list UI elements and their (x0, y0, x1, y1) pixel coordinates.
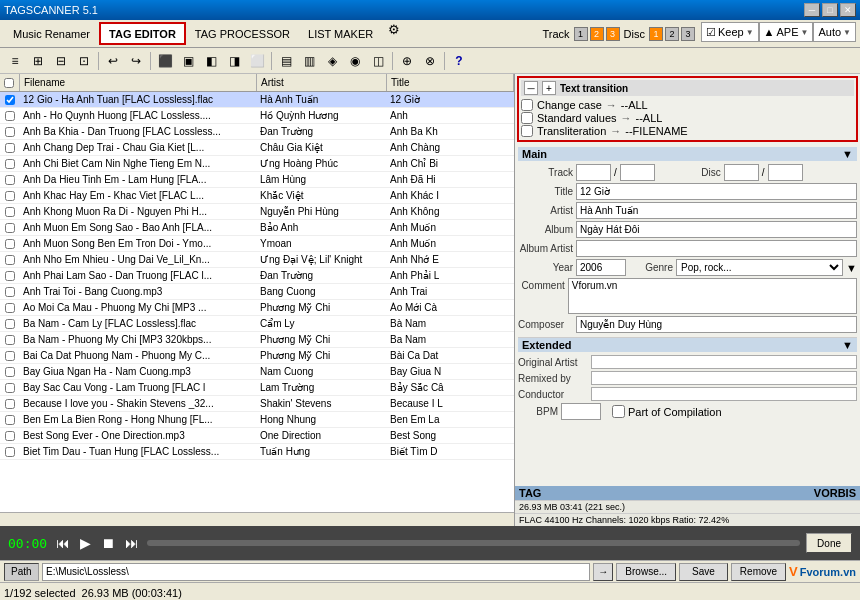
maximize-button[interactable]: □ (822, 3, 838, 17)
browse-button[interactable]: Browse... (616, 563, 676, 581)
next-btn[interactable]: ⏭ (123, 535, 141, 551)
file-list-body[interactable]: 12 Gio - Ha Anh Tuan [FLAC Lossless].fla… (0, 92, 514, 512)
select-all-checkbox[interactable] (4, 78, 14, 88)
table-row[interactable]: Anh Muon Em Song Sao - Bao Anh [FLA... B… (0, 220, 514, 236)
genre-select[interactable]: Pop, rock... (676, 259, 843, 276)
section-collapse-icon[interactable]: ▼ (842, 148, 853, 160)
table-row[interactable]: Anh Ba Khia - Dan Truong [FLAC Lossless.… (0, 124, 514, 140)
row-checkbox[interactable] (5, 399, 15, 409)
disc-num-2[interactable]: 2 (665, 27, 679, 41)
auto-dropdown[interactable]: Auto▼ (813, 22, 856, 42)
trans-check-1[interactable] (521, 112, 533, 124)
comment-textarea[interactable] (568, 278, 857, 314)
settings-icon[interactable]: ⚙ (382, 22, 406, 45)
table-row[interactable]: Bay Giua Ngan Ha - Nam Cuong.mp3 Nam Cuo… (0, 364, 514, 380)
tb-btn-6[interactable]: ◧ (200, 51, 222, 71)
table-row[interactable]: 12 Gio - Ha Anh Tuan [FLAC Lossless].fla… (0, 92, 514, 108)
table-row[interactable]: Anh Muon Song Ben Em Tron Doi - Ymo... Y… (0, 236, 514, 252)
minimize-button[interactable]: ─ (804, 3, 820, 17)
menu-item-tag-editor[interactable]: TAG EDITOR (99, 22, 186, 45)
row-checkbox[interactable] (5, 431, 15, 441)
disc-num-3[interactable]: 3 (681, 27, 695, 41)
tb-btn-5[interactable]: ▣ (177, 51, 199, 71)
table-row[interactable]: Anh Khong Muon Ra Di - Nguyen Phi H... N… (0, 204, 514, 220)
stop-btn[interactable]: ⏹ (99, 535, 117, 551)
col-header-artist[interactable]: Artist (257, 74, 387, 91)
artist-input[interactable] (576, 202, 857, 219)
row-checkbox[interactable] (5, 319, 15, 329)
table-row[interactable]: Anh Phai Lam Sao - Dan Truong [FLAC l...… (0, 268, 514, 284)
row-checkbox[interactable] (5, 127, 15, 137)
row-checkbox[interactable] (5, 175, 15, 185)
row-checkbox[interactable] (5, 159, 15, 169)
path-go-button[interactable]: → (593, 563, 613, 581)
tb-btn-12[interactable]: ◉ (344, 51, 366, 71)
play-btn[interactable]: ▶ (78, 535, 93, 551)
track-total-input[interactable] (620, 164, 655, 181)
disc-value-input[interactable] (724, 164, 759, 181)
table-row[interactable]: Because I love you - Shakin Stevens _32.… (0, 396, 514, 412)
row-checkbox[interactable] (5, 255, 15, 265)
table-row[interactable]: Anh Chang Dep Trai - Chau Gia Kiet [L...… (0, 140, 514, 156)
tb-btn-14[interactable]: ⊕ (396, 51, 418, 71)
menu-item-music-renamer[interactable]: Music Renamer (4, 22, 99, 45)
row-checkbox[interactable] (5, 351, 15, 361)
tb-btn-1[interactable]: ⊞ (27, 51, 49, 71)
table-row[interactable]: Biet Tim Dau - Tuan Hung [FLAC Lossless.… (0, 444, 514, 460)
table-row[interactable]: Anh Chi Biet Cam Nin Nghe Tieng Em N... … (0, 156, 514, 172)
tb-btn-9[interactable]: ▤ (275, 51, 297, 71)
row-checkbox[interactable] (5, 143, 15, 153)
table-row[interactable]: Anh Khac Hay Em - Khac Viet [FLAC L... K… (0, 188, 514, 204)
track-num-1[interactable]: 1 (574, 27, 588, 41)
track-num-2[interactable]: 2 (590, 27, 604, 41)
tb-btn-2[interactable]: ⊟ (50, 51, 72, 71)
table-row[interactable]: Anh Da Hieu Tinh Em - Lam Hung [FLA... L… (0, 172, 514, 188)
conductor-input[interactable] (591, 387, 857, 401)
tb-btn-8[interactable]: ⬜ (246, 51, 268, 71)
part-compilation-checkbox[interactable] (612, 405, 625, 418)
tb-btn-10[interactable]: ▥ (298, 51, 320, 71)
tb-btn-4[interactable]: ⬛ (154, 51, 176, 71)
table-row[interactable]: Anh Nho Em Nhieu - Ung Dai Ve_Lil_Kn... … (0, 252, 514, 268)
remove-button[interactable]: Remove (731, 563, 786, 581)
row-checkbox[interactable] (5, 95, 15, 105)
track-num-3[interactable]: 3 (606, 27, 620, 41)
ape-dropdown[interactable]: ▲APE▼ (759, 22, 814, 42)
horizontal-scrollbar[interactable] (0, 512, 514, 526)
path-input[interactable] (42, 563, 590, 581)
row-checkbox[interactable] (5, 415, 15, 425)
col-header-filename[interactable]: Filename (20, 74, 257, 91)
tb-btn-11[interactable]: ◈ (321, 51, 343, 71)
trans-check-2[interactable] (521, 125, 533, 137)
menu-item-list-maker[interactable]: LIST MAKER (299, 22, 382, 45)
album-artist-input[interactable] (576, 240, 857, 257)
composer-input[interactable] (576, 316, 857, 333)
row-checkbox[interactable] (5, 303, 15, 313)
tb-btn-0[interactable]: ≡ (4, 51, 26, 71)
table-row[interactable]: Bay Sac Cau Vong - Lam Truong [FLAC l La… (0, 380, 514, 396)
tb-btn-3[interactable]: ⊡ (73, 51, 95, 71)
row-checkbox[interactable] (5, 383, 15, 393)
row-checkbox[interactable] (5, 223, 15, 233)
extended-collapse-icon[interactable]: ▼ (842, 339, 853, 351)
disc-num-1[interactable]: 1 (649, 27, 663, 41)
bpm-input[interactable] (561, 403, 601, 420)
expand-btn[interactable]: ─ (524, 81, 538, 95)
add-btn[interactable]: + (542, 81, 556, 95)
year-input[interactable] (576, 259, 626, 276)
menu-item-tag-processor[interactable]: TAG PROCESSOR (186, 22, 299, 45)
done-button[interactable]: Done (806, 533, 852, 553)
disc-total-input[interactable] (768, 164, 803, 181)
title-input[interactable] (576, 183, 857, 200)
keep-dropdown[interactable]: ☑Keep▼ (701, 22, 759, 42)
table-row[interactable]: Best Song Ever - One Direction.mp3 One D… (0, 428, 514, 444)
tb-btn-7[interactable]: ◨ (223, 51, 245, 71)
row-checkbox[interactable] (5, 367, 15, 377)
row-checkbox[interactable] (5, 111, 15, 121)
row-checkbox[interactable] (5, 287, 15, 297)
row-checkbox[interactable] (5, 191, 15, 201)
tb-btn-redo[interactable]: ↪ (125, 51, 147, 71)
row-checkbox[interactable] (5, 271, 15, 281)
track-value-input[interactable] (576, 164, 611, 181)
row-checkbox[interactable] (5, 239, 15, 249)
